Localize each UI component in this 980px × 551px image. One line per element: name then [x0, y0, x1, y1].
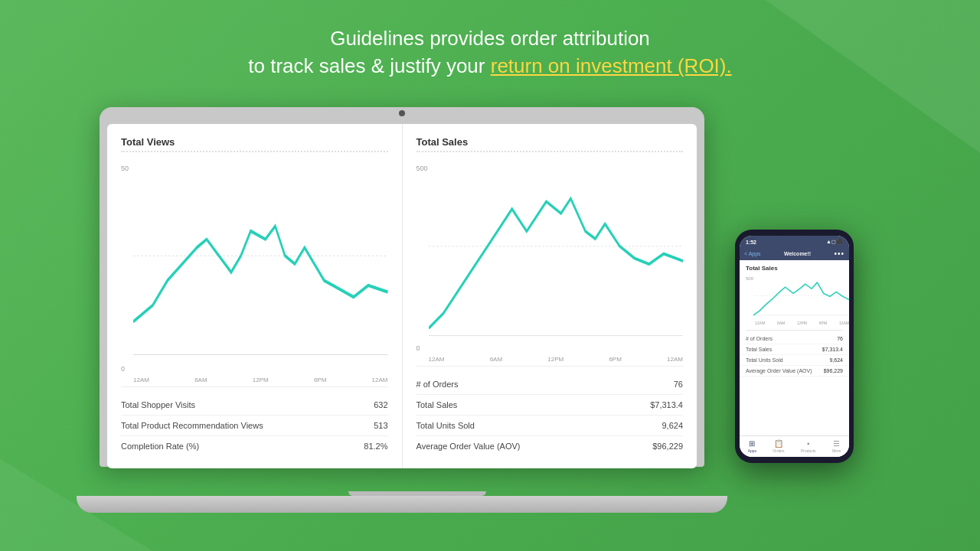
- phone-nav-orders[interactable]: 📋 Orders: [773, 439, 784, 455]
- roi-highlight: return on investment (ROI).: [491, 54, 732, 77]
- sx-label-0: 12AM: [429, 356, 445, 363]
- stat-label-completion: Completion Rate (%): [121, 442, 199, 451]
- phone-device: 1:52 ▲◻⬛ < Apps Welcome!! ••• Total Sale…: [735, 230, 854, 467]
- total-sales-chart: 500 0 12AM 6AM 12PM 6PM 12AM: [416, 157, 684, 366]
- phone-x-labels: 12AM 6AM 12PM 6PM 12AM: [755, 321, 849, 325]
- total-views-title: Total Views: [121, 136, 388, 152]
- total-sales-title: Total Sales: [416, 136, 684, 152]
- sx-label-1: 6AM: [490, 356, 502, 363]
- stat-value-orders: 76: [674, 380, 683, 389]
- laptop-base: [77, 496, 727, 513]
- laptop-camera: [399, 110, 405, 116]
- sales-x-labels: 12AM 6AM 12PM 6PM 12AM: [429, 356, 684, 363]
- phone-notch: [779, 230, 810, 236]
- more-icon: ☰: [833, 439, 840, 448]
- chart-y-top-left: 50: [121, 165, 129, 172]
- views-x-labels: 12AM 6AM 12PM 6PM 12AM: [133, 377, 388, 383]
- x-label-4: 12AM: [372, 377, 388, 383]
- phone-nav-title: Welcome!!: [784, 251, 811, 256]
- views-stats: Total Shopper Visits 632 Total Product R…: [121, 386, 388, 456]
- phone-nav-products[interactable]: ▪ Products: [801, 439, 816, 455]
- phone-content: Total Sales 500 12AM 6AM 12PM 6PM 12AM: [740, 260, 849, 435]
- phone-screen: 1:52 ▲◻⬛ < Apps Welcome!! ••• Total Sale…: [740, 236, 849, 457]
- stat-label-visits: Total Shopper Visits: [121, 400, 195, 409]
- chart-y-bottom-left: 0: [121, 365, 125, 373]
- phone-stat-label-orders: # of Orders: [746, 336, 773, 341]
- stat-row-visits: Total Shopper Visits 632: [121, 395, 388, 416]
- phone-chart-y-top: 500: [746, 276, 753, 281]
- phone-stat-label-aov: Average Order Value (AOV): [746, 368, 812, 373]
- total-sales-panel: Total Sales 500 0 12AM 6AM 12PM: [403, 124, 697, 468]
- phone-divider: [746, 330, 843, 331]
- phone-chart-svg: [753, 276, 849, 319]
- products-icon: ▪: [807, 439, 810, 448]
- phone-stat-orders: # of Orders 76: [740, 334, 849, 344]
- stat-label-total-sales: Total Sales: [416, 400, 458, 409]
- phone-stat-value-sales: $7,313.4: [822, 347, 843, 352]
- chart-y-top-right: 500: [416, 165, 428, 172]
- stat-value-completion: 81.2%: [364, 442, 387, 451]
- apps-label: Apps: [748, 448, 756, 453]
- laptop-screen: Total Views 50 0 12AM 6AM 12PM: [107, 124, 697, 468]
- phone-nav-more[interactable]: ☰ More: [832, 439, 841, 455]
- phone-stat-label-units: Total Units Sold: [746, 357, 783, 363]
- more-label: More: [832, 448, 841, 453]
- orders-icon: 📋: [774, 439, 783, 448]
- x-label-2: 12PM: [253, 377, 269, 383]
- stat-row-units-sold: Total Units Sold 9,624: [416, 416, 684, 436]
- total-views-panel: Total Views 50 0 12AM 6AM 12PM: [107, 124, 403, 468]
- stat-value-aov: $96,229: [652, 442, 683, 451]
- stat-row-orders: # of Orders 76: [416, 374, 684, 395]
- phone-nav-more[interactable]: •••: [834, 249, 844, 258]
- stat-label-orders: # of Orders: [416, 380, 459, 389]
- phone-stat-label-sales: Total Sales: [746, 347, 772, 352]
- views-chart-svg: [133, 157, 388, 371]
- x-label-3: 6PM: [314, 377, 326, 383]
- phone-stat-units: Total Units Sold 9,624: [740, 355, 849, 366]
- phone-nav-apps[interactable]: ⊞ Apps: [748, 439, 756, 455]
- phone-nav-bar: < Apps Welcome!! •••: [740, 248, 849, 260]
- phone-stat-aov: Average Order Value (AOV) $96,229: [740, 366, 849, 377]
- stat-row-aov: Average Order Value (AOV) $96,229: [416, 436, 684, 456]
- laptop-device: Total Views 50 0 12AM 6AM 12PM: [100, 107, 735, 513]
- phone-nav-back[interactable]: < Apps: [744, 251, 761, 256]
- laptop-bezel: Total Views 50 0 12AM 6AM 12PM: [100, 107, 704, 467]
- products-label: Products: [801, 448, 816, 453]
- stat-value-total-sales: $7,313.4: [650, 400, 683, 409]
- total-views-chart: 50 0 12AM 6AM 12PM 6PM 12AM: [121, 157, 388, 386]
- phone-stat-sales: Total Sales $7,313.4: [740, 344, 849, 355]
- phone-status-bar: 1:52 ▲◻⬛: [740, 236, 849, 248]
- phone-stat-value-aov: $96,229: [824, 368, 843, 373]
- stat-value-rec-views: 513: [374, 421, 387, 430]
- chart-y-bottom-right: 0: [416, 344, 420, 352]
- sx-label-3: 6PM: [609, 356, 621, 363]
- stat-label-units-sold: Total Units Sold: [416, 421, 475, 430]
- x-label-1: 6AM: [194, 377, 207, 383]
- stat-label-rec-views: Total Product Recommendation Views: [121, 421, 263, 430]
- phone-section-title: Total Sales: [740, 260, 849, 273]
- stat-value-units-sold: 9,624: [662, 421, 683, 430]
- sales-chart-svg: [429, 157, 684, 350]
- stat-row-total-sales: Total Sales $7,313.4: [416, 395, 684, 416]
- phone-stat-value-units: 9,624: [829, 357, 843, 363]
- header-section: Guidelines provides order attribution to…: [0, 24, 980, 80]
- sx-label-2: 12PM: [547, 356, 564, 363]
- stat-row-rec-views: Total Product Recommendation Views 513: [121, 416, 388, 436]
- x-label-0: 12AM: [133, 377, 149, 383]
- stat-value-visits: 632: [374, 400, 387, 409]
- phone-stat-value-orders: 76: [837, 336, 843, 341]
- phone-status-icons: ▲◻⬛: [826, 239, 843, 245]
- sx-label-4: 12AM: [667, 356, 683, 363]
- dashboard: Total Views 50 0 12AM 6AM 12PM: [107, 124, 697, 468]
- header-line2: to track sales & justify your return on …: [0, 52, 980, 80]
- phone-chart: 500 12AM 6AM 12PM 6PM 12AM: [740, 273, 849, 327]
- stat-row-completion: Completion Rate (%) 81.2%: [121, 436, 388, 456]
- header-line1: Guidelines provides order attribution: [0, 24, 980, 52]
- stat-label-aov: Average Order Value (AOV): [416, 442, 521, 451]
- apps-icon: ⊞: [749, 439, 755, 448]
- sales-stats: # of Orders 76 Total Sales $7,313.4 Tota…: [416, 366, 684, 456]
- phone-bottom-nav: ⊞ Apps 📋 Orders ▪ Products ☰ More: [740, 435, 849, 457]
- phone-time: 1:52: [746, 240, 756, 245]
- header-line2-prefix: to track sales & justify your: [248, 54, 490, 77]
- phone-body: 1:52 ▲◻⬛ < Apps Welcome!! ••• Total Sale…: [735, 230, 854, 463]
